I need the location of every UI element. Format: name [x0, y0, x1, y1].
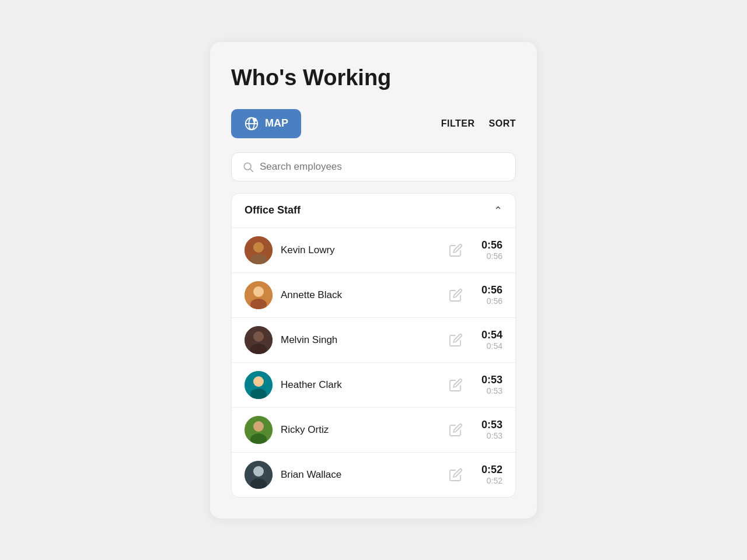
edit-icon[interactable] [449, 333, 463, 347]
svg-point-19 [253, 421, 264, 432]
employee-row: Ricky Ortiz 0:53 0:53 [232, 407, 515, 452]
svg-point-16 [253, 376, 264, 387]
page-title: Who's Working [231, 65, 516, 90]
svg-point-3 [253, 118, 257, 122]
time-block: 0:54 0:54 [471, 329, 502, 351]
avatar [245, 461, 273, 489]
svg-point-7 [253, 242, 264, 253]
map-icon [244, 116, 259, 131]
avatar-placeholder [245, 416, 273, 444]
employee-name: Heather Clark [281, 379, 441, 391]
avatar [245, 281, 273, 309]
time-bold: 0:56 [481, 239, 502, 251]
time-bold: 0:53 [481, 419, 502, 431]
filter-button[interactable]: FILTER [441, 118, 475, 129]
time-block: 0:53 0:53 [471, 374, 502, 396]
chevron-up-icon: ⌃ [494, 204, 502, 217]
time-block: 0:56 0:56 [471, 239, 502, 261]
search-icon [242, 161, 254, 173]
edit-icon[interactable] [449, 423, 463, 437]
time-bold: 0:53 [481, 374, 502, 386]
employee-row: Heather Clark 0:53 0:53 [232, 362, 515, 407]
svg-line-5 [250, 169, 253, 172]
avatar [245, 416, 273, 444]
svg-point-13 [253, 331, 264, 342]
group-section: Office Staff ⌃ Kevin Lowry 0:56 0:56 [231, 193, 516, 498]
edit-icon[interactable] [449, 468, 463, 482]
time-light: 0:53 [487, 386, 502, 396]
edit-icon[interactable] [449, 243, 463, 257]
search-bar [231, 152, 516, 181]
group-header[interactable]: Office Staff ⌃ [232, 194, 515, 228]
time-bold: 0:52 [481, 464, 502, 476]
toolbar-actions: FILTER SORT [441, 118, 516, 129]
avatar-placeholder [245, 326, 273, 354]
avatar [245, 236, 273, 264]
employee-row: Melvin Singh 0:54 0:54 [232, 317, 515, 362]
avatar [245, 371, 273, 399]
employee-row: Annette Black 0:56 0:56 [232, 272, 515, 317]
employee-row: Brian Wallace 0:52 0:52 [232, 452, 515, 497]
time-block: 0:53 0:53 [471, 419, 502, 440]
time-block: 0:52 0:52 [471, 464, 502, 485]
group-title: Office Staff [245, 204, 301, 216]
toolbar: MAP FILTER SORT [231, 109, 516, 138]
sort-button[interactable]: SORT [489, 118, 516, 129]
employee-name: Ricky Ortiz [281, 424, 441, 436]
employee-row: Kevin Lowry 0:56 0:56 [232, 228, 515, 272]
time-light: 0:56 [487, 296, 502, 306]
time-light: 0:56 [487, 251, 502, 261]
employee-list: Kevin Lowry 0:56 0:56 Annette Black [232, 228, 515, 497]
avatar-placeholder [245, 371, 273, 399]
time-bold: 0:56 [481, 284, 502, 296]
time-light: 0:54 [487, 341, 502, 351]
svg-point-10 [253, 286, 264, 297]
avatar-placeholder [245, 281, 273, 309]
search-input[interactable] [260, 161, 505, 173]
edit-icon[interactable] [449, 288, 463, 302]
employee-name: Annette Black [281, 289, 441, 301]
time-bold: 0:54 [481, 329, 502, 341]
map-button[interactable]: MAP [231, 109, 301, 138]
employee-name: Brian Wallace [281, 469, 441, 481]
main-card: Who's Working MAP FILTER SORT [210, 42, 537, 519]
time-light: 0:53 [487, 431, 502, 440]
avatar-placeholder [245, 461, 273, 489]
employee-name: Melvin Singh [281, 334, 441, 346]
edit-icon[interactable] [449, 378, 463, 392]
avatar [245, 326, 273, 354]
time-block: 0:56 0:56 [471, 284, 502, 306]
time-light: 0:52 [487, 476, 502, 485]
avatar-placeholder [245, 236, 273, 264]
svg-point-22 [253, 466, 264, 477]
employee-name: Kevin Lowry [281, 244, 441, 256]
